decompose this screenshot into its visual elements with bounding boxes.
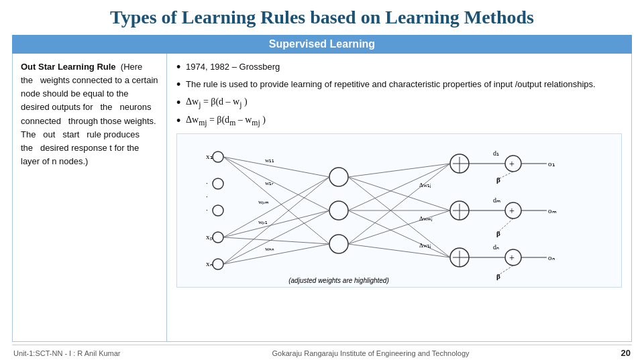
svg-text:Δw₁ⱼ: Δw₁ⱼ (419, 182, 431, 188)
diagram-svg: x₁ · · · xₚ xₙ (180, 137, 619, 284)
svg-line-71 (500, 219, 513, 231)
page-title: Types of Learning Rules based on Learnin… (12, 7, 632, 28)
svg-text:·: · (206, 179, 208, 187)
svg-text:d₁: d₁ (493, 149, 499, 157)
svg-line-20 (223, 177, 329, 264)
svg-text:dₘ: dₘ (493, 196, 500, 204)
svg-line-70 (500, 172, 513, 178)
bullet-dot-2: • (176, 78, 186, 93)
svg-line-22 (223, 244, 329, 264)
rule-title: Out Star Learning Rule (21, 62, 116, 72)
svg-line-44 (348, 210, 450, 244)
svg-line-18 (223, 210, 329, 237)
svg-point-12 (329, 201, 348, 220)
svg-line-43 (348, 164, 450, 244)
svg-text:β: β (496, 176, 500, 184)
formula-1: Δwj = β(d – wj ) (186, 95, 248, 111)
svg-text:o₁: o₁ (548, 160, 555, 168)
bullet-item-1: • 1974, 1982 – Grossberg (176, 60, 622, 75)
svg-text:β: β (496, 272, 500, 280)
svg-text:xₚ: xₚ (206, 233, 213, 241)
svg-text:+: + (509, 253, 515, 263)
svg-text:w₁₁: w₁₁ (265, 157, 275, 164)
formula-dot-1: • (176, 96, 186, 111)
svg-text:·: · (206, 192, 208, 200)
svg-text:wₚₘ: wₚₘ (258, 198, 270, 205)
right-column: • 1974, 1982 – Grossberg • The rule is u… (167, 54, 631, 341)
bullet-points: • 1974, 1982 – Grossberg • The rule is u… (176, 60, 622, 129)
footer: Unit-1:SCT-NN - I : R Anil Kumar Gokaraj… (12, 345, 632, 358)
bullet-dot-1: • (176, 60, 186, 75)
footer-left: Unit-1:SCT-NN - I : R Anil Kumar (13, 349, 121, 357)
svg-text:xₙ: xₙ (206, 259, 213, 267)
svg-line-37 (348, 164, 450, 177)
svg-point-3 (213, 232, 223, 243)
svg-text:(adjusted weights are highligh: (adjusted weights are highlighted) (288, 277, 389, 284)
svg-line-19 (223, 237, 329, 244)
svg-line-16 (223, 157, 329, 244)
page-number: 20 (621, 348, 631, 358)
svg-text:w₁ᵣ: w₁ᵣ (265, 180, 274, 186)
svg-line-38 (348, 177, 450, 210)
page: Types of Learning Rules based on Learnin… (0, 0, 644, 362)
bullet-item-2: • The rule is used to provide learning o… (176, 78, 622, 93)
svg-line-39 (348, 177, 450, 257)
supervised-label: Supervised Learning (12, 35, 632, 54)
svg-text:Δw₁ⱼ: Δw₁ⱼ (419, 242, 431, 249)
svg-point-2 (213, 205, 223, 216)
svg-text:x₁: x₁ (206, 152, 213, 160)
svg-point-0 (213, 152, 223, 162)
content-table: Out Star Learning Rule (Here the weights… (12, 54, 632, 342)
svg-line-15 (223, 157, 329, 210)
svg-line-17 (223, 177, 329, 237)
svg-point-11 (329, 168, 348, 186)
svg-point-4 (213, 259, 223, 269)
formula-line-1: • Δwj = β(d – wj ) (176, 95, 622, 111)
svg-line-72 (500, 265, 513, 274)
svg-text:+: + (509, 159, 515, 169)
formula-dot-2: • (176, 114, 186, 129)
bullet-text-1: 1974, 1982 – Grossberg (186, 60, 280, 74)
svg-point-13 (329, 235, 348, 253)
svg-text:·: · (206, 206, 208, 214)
svg-text:wₙₙ: wₙₙ (265, 245, 275, 252)
formula-line-2: • Δwmj = β(dm – wmj ) (176, 113, 622, 129)
left-column: Out Star Learning Rule (Here the weights… (13, 54, 167, 341)
formula-2: Δwmj = β(dm – wmj ) (186, 113, 266, 129)
svg-text:Δwₘⱼ: Δwₘⱼ (419, 215, 433, 222)
svg-line-14 (223, 157, 329, 177)
bullet-text-2: The rule is used to provide learning of … (186, 78, 596, 91)
svg-text:wₚ₁: wₚ₁ (258, 219, 268, 225)
svg-text:+: + (509, 206, 515, 216)
svg-text:oₘ: oₘ (548, 206, 557, 215)
svg-text:dₙ: dₙ (493, 243, 499, 251)
svg-line-21 (223, 210, 329, 264)
svg-point-1 (213, 178, 223, 189)
neural-network-diagram: x₁ · · · xₚ xₙ (176, 133, 622, 288)
svg-line-45 (348, 244, 450, 257)
rule-body: (Here the weights connected to a certain… (21, 62, 158, 166)
footer-center: Gokaraju Rangaraju Institute of Engineer… (272, 349, 470, 357)
svg-text:oₙ: oₙ (548, 253, 555, 261)
